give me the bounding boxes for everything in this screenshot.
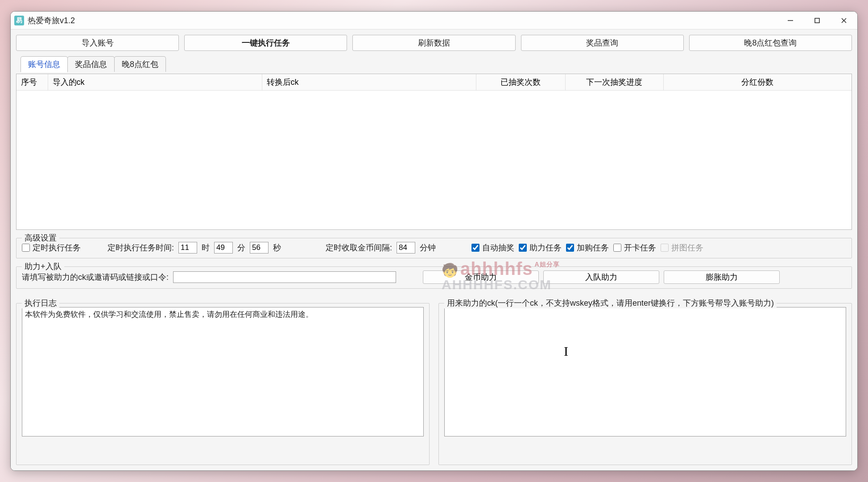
minimize-button[interactable] [777,12,804,29]
chk-scheduled-task-box[interactable] [22,244,30,252]
col-imported-ck[interactable]: 导入的ck [48,74,262,91]
close-button[interactable] [831,12,857,29]
label-coin-interval: 定时收取金币间隔: [326,242,392,253]
titlebar: 易 热爱奇旅v1.2 [11,12,857,29]
import-account-button[interactable]: 导入账号 [16,35,179,51]
window-controls [777,12,857,29]
chk-assist-task-box[interactable] [519,244,527,252]
col-next-progress[interactable]: 下一次抽奖进度 [565,74,663,91]
app-icon: 易 [14,16,24,25]
prize-query-button[interactable]: 奖品查询 [521,35,684,51]
chk-puzzle-task-box [661,244,669,252]
chk-auto-lottery-box[interactable] [471,244,479,252]
app-window: 易 热爱奇旅v1.2 导入账号 一键执行任务 刷新数据 奖品查询 晚8点红包查询… [10,11,858,471]
execution-log-textarea[interactable] [22,307,424,436]
chk-opencard-task-box[interactable] [613,244,621,252]
bottom-row: 执行日志 用来助力的ck(一行一个ck，不支持wskey格式，请用enter键换… [16,297,852,465]
chk-opencard-task[interactable]: 开卡任务 [613,242,656,253]
chk-assist-task[interactable]: 助力任务 [519,242,562,253]
tab-account-info[interactable]: 账号信息 [21,56,68,72]
col-index[interactable]: 序号 [17,74,48,91]
assist-ck-group: 用来助力的ck(一行一个ck，不支持wskey格式，请用enter键换行，下方账… [438,303,852,465]
col-dividend-shares[interactable]: 分红份数 [663,74,851,91]
refresh-data-button[interactable]: 刷新数据 [352,35,515,51]
input-minute[interactable] [214,242,233,253]
assist-ck-textarea[interactable] [444,307,846,436]
assist-group: 助力+入队 请填写被助力的ck或邀请码或链接或口令: 金币助力 入队助力 膨胀助… [16,266,852,289]
chk-auto-lottery[interactable]: 自动抽奖 [471,242,514,253]
advanced-settings-title: 高级设置 [22,233,59,243]
top-button-row: 导入账号 一键执行任务 刷新数据 奖品查询 晚8点红包查询 [16,33,852,54]
advanced-settings-group: 高级设置 定时执行任务 定时执行任务时间: 时 分 秒 定时收取金币间隔: 分钟 [16,238,852,258]
maximize-button[interactable] [804,12,831,29]
inflate-assist-button[interactable]: 膨胀助力 [664,270,780,284]
input-second[interactable] [250,242,269,253]
coin-assist-button[interactable]: 金币助力 [423,270,539,284]
tab-prize-info[interactable]: 奖品信息 [67,56,115,72]
redpacket-query-button[interactable]: 晚8点红包查询 [689,35,852,51]
assist-group-title: 助力+入队 [22,261,64,272]
execution-log-title: 执行日志 [22,298,59,308]
chk-puzzle-task: 拼图任务 [661,242,703,253]
assist-code-input[interactable] [173,271,396,283]
col-converted-ck[interactable]: 转换后ck [262,74,476,91]
svg-rect-1 [815,18,819,23]
execute-tasks-button[interactable]: 一键执行任务 [184,35,347,51]
assist-ck-title: 用来助力的ck(一行一个ck，不支持wskey格式，请用enter键换行，下方账… [444,298,777,308]
window-title: 热爱奇旅v1.2 [28,15,75,26]
chk-scheduled-task[interactable]: 定时执行任务 [22,242,81,253]
chk-addcart-task[interactable]: 加购任务 [566,242,609,253]
execution-log-group: 执行日志 [16,303,430,465]
account-table-frame[interactable]: 序号 导入的ck 转换后ck 已抽奖次数 下一次抽奖进度 分红份数 [16,74,852,230]
tab-evening-redpacket[interactable]: 晚8点红包 [114,56,166,72]
account-table: 序号 导入的ck 转换后ck 已抽奖次数 下一次抽奖进度 分红份数 [17,74,851,91]
client-area: 导入账号 一键执行任务 刷新数据 奖品查询 晚8点红包查询 账号信息 奖品信息 … [11,29,857,470]
chk-addcart-task-box[interactable] [566,244,574,252]
label-assist-input: 请填写被助力的ck或邀请码或链接或口令: [22,272,169,283]
tabstrip: 账号信息 奖品信息 晚8点红包 [16,56,852,72]
label-scheduled-time: 定时执行任务时间: [107,242,174,253]
input-interval[interactable] [397,242,415,253]
col-lottery-count[interactable]: 已抽奖次数 [476,74,565,91]
join-assist-button[interactable]: 入队助力 [543,270,659,284]
input-hour[interactable] [178,242,197,253]
